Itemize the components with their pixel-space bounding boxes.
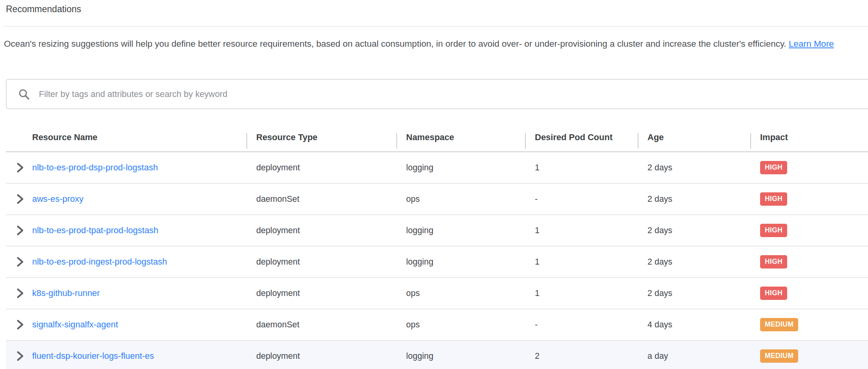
desired-pod-count-cell: 1 <box>525 257 638 267</box>
chevron-right-icon[interactable] <box>16 351 24 362</box>
column-header-resource-type: Resource Type <box>246 132 396 142</box>
resource-name-link[interactable]: nlb-to-es-prod-tpat-prod-logstash <box>32 225 159 236</box>
resource-name-link[interactable]: nlb-to-es-prod-ingest-prod-logstash <box>32 257 167 267</box>
namespace-cell: ops <box>396 320 525 330</box>
description-text: Ocean's resizing suggestions will help y… <box>4 37 863 51</box>
resource-type-cell: deployment <box>246 163 396 173</box>
impact-cell: HIGH <box>750 287 868 300</box>
divider <box>3 26 868 27</box>
namespace-cell: ops <box>396 289 525 298</box>
age-cell: 2 days <box>638 194 750 204</box>
resource-type-cell: deployment <box>246 257 396 267</box>
impact-cell: HIGH <box>750 161 868 174</box>
age-cell: 2 days <box>638 257 750 267</box>
impact-cell: HIGH <box>750 224 868 237</box>
age-cell: a day <box>638 351 750 361</box>
namespace-cell: logging <box>396 351 525 361</box>
resource-name-link[interactable]: k8s-github-runner <box>32 288 100 298</box>
table-row[interactable]: fluent-dsp-kourier-logs-fluent-es deploy… <box>6 341 868 369</box>
namespace-cell: ops <box>396 194 525 204</box>
filter-search-box[interactable] <box>6 79 868 109</box>
desired-pod-count-cell: - <box>525 194 638 204</box>
resource-name-cell: fluent-dsp-kourier-logs-fluent-es <box>6 351 246 362</box>
description-body: Ocean's resizing suggestions will help y… <box>4 39 789 49</box>
resource-name-cell: signalfx-signalfx-agent <box>6 319 246 330</box>
search-input[interactable] <box>39 80 868 108</box>
impact-badge: HIGH <box>760 192 787 206</box>
table-row[interactable]: nlb-to-es-prod-tpat-prod-logstash deploy… <box>6 215 868 247</box>
chevron-right-icon[interactable] <box>16 225 24 236</box>
desired-pod-count-cell: 1 <box>525 163 638 173</box>
age-cell: 2 days <box>638 226 750 236</box>
table-row[interactable]: aws-es-proxy daemonSet ops - 2 days HIGH <box>6 184 868 215</box>
table-row[interactable]: k8s-github-runner deployment ops 1 2 day… <box>6 278 868 309</box>
namespace-cell: logging <box>396 257 525 267</box>
column-header-impact: Impact <box>750 132 868 142</box>
table-header-row: Resource Name Resource Type Namespace De… <box>6 124 868 152</box>
chevron-right-icon[interactable] <box>16 256 24 267</box>
resource-name-link[interactable]: nlb-to-es-prod-dsp-prod-logstash <box>32 163 158 173</box>
impact-cell: MEDIUM <box>750 318 868 331</box>
desired-pod-count-cell: - <box>525 320 638 330</box>
desired-pod-count-cell: 1 <box>525 226 638 236</box>
chevron-right-icon[interactable] <box>16 319 24 330</box>
desired-pod-count-cell: 1 <box>525 289 638 298</box>
resource-name-cell: nlb-to-es-prod-ingest-prod-logstash <box>6 256 246 267</box>
column-header-namespace: Namespace <box>396 132 525 142</box>
recommendations-table: Resource Name Resource Type Namespace De… <box>6 124 868 369</box>
resource-type-cell: daemonSet <box>246 194 396 204</box>
namespace-cell: logging <box>396 163 525 173</box>
resource-name-cell: k8s-github-runner <box>6 288 246 299</box>
resource-type-cell: daemonSet <box>246 320 396 330</box>
recommendations-page: Recommendations Ocean's resizing suggest… <box>0 0 868 369</box>
impact-cell: HIGH <box>750 255 868 269</box>
resource-name-link[interactable]: aws-es-proxy <box>32 194 84 204</box>
table-row[interactable]: nlb-to-es-prod-ingest-prod-logstash depl… <box>6 247 868 278</box>
column-header-desired-pod-count: Desired Pod Count <box>525 132 638 142</box>
impact-cell: HIGH <box>750 192 868 206</box>
chevron-right-icon[interactable] <box>16 288 24 299</box>
namespace-cell: logging <box>396 226 525 236</box>
table-row[interactable]: nlb-to-es-prod-dsp-prod-logstash deploym… <box>6 152 868 184</box>
impact-badge: MEDIUM <box>760 318 798 331</box>
page-title: Recommendations <box>6 4 81 15</box>
resource-name-cell: nlb-to-es-prod-dsp-prod-logstash <box>6 162 246 173</box>
age-cell: 2 days <box>638 289 750 298</box>
impact-badge: HIGH <box>760 161 787 174</box>
resource-type-cell: deployment <box>246 351 396 361</box>
impact-badge: MEDIUM <box>760 349 798 363</box>
chevron-right-icon[interactable] <box>16 162 24 173</box>
age-cell: 4 days <box>638 320 750 330</box>
resource-name-cell: aws-es-proxy <box>6 194 246 205</box>
resource-type-cell: deployment <box>246 289 396 298</box>
impact-badge: HIGH <box>760 287 787 300</box>
age-cell: 2 days <box>638 163 750 173</box>
column-header-age: Age <box>638 132 750 142</box>
table-body: nlb-to-es-prod-dsp-prod-logstash deploym… <box>6 152 868 369</box>
impact-cell: MEDIUM <box>750 349 868 363</box>
resource-name-link[interactable]: fluent-dsp-kourier-logs-fluent-es <box>32 351 154 361</box>
resource-name-link[interactable]: signalfx-signalfx-agent <box>32 320 118 330</box>
chevron-right-icon[interactable] <box>16 194 24 205</box>
desired-pod-count-cell: 2 <box>525 351 638 361</box>
impact-badge: HIGH <box>760 224 787 237</box>
search-icon <box>18 88 30 100</box>
resource-type-cell: deployment <box>246 226 396 236</box>
resource-name-cell: nlb-to-es-prod-tpat-prod-logstash <box>6 225 246 236</box>
impact-badge: HIGH <box>760 255 787 269</box>
column-header-resource-name: Resource Name <box>6 132 246 142</box>
table-row[interactable]: signalfx-signalfx-agent daemonSet ops - … <box>6 309 868 341</box>
learn-more-link[interactable]: Learn More <box>789 39 834 49</box>
